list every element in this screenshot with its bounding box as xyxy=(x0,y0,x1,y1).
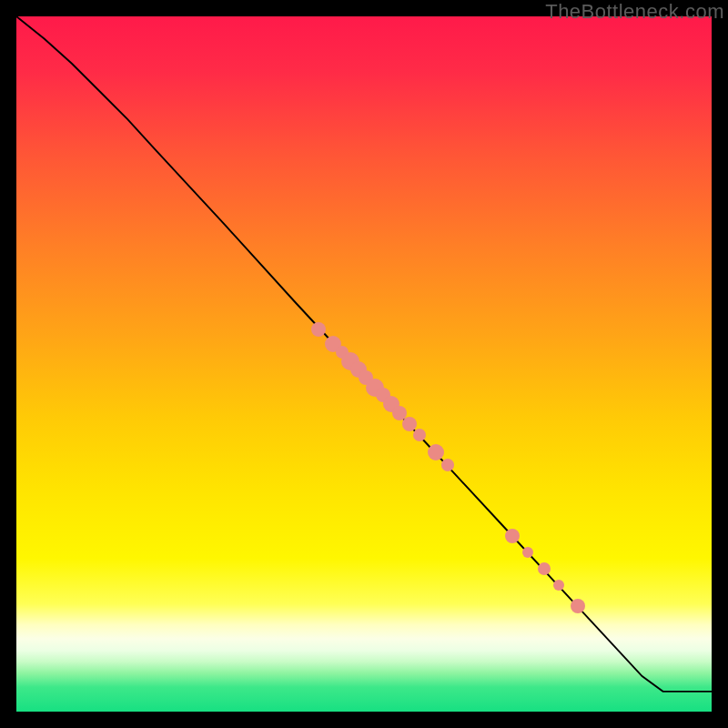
data-point xyxy=(553,580,564,591)
data-point xyxy=(428,444,444,460)
watermark-text: TheBottleneck.com xyxy=(545,0,724,24)
outer-frame: TheBottleneck.com xyxy=(0,0,728,728)
data-point xyxy=(505,529,520,543)
scatter-layer xyxy=(16,16,712,712)
data-point xyxy=(311,322,326,337)
data-point xyxy=(522,547,533,558)
data-point xyxy=(402,417,417,431)
plot-area xyxy=(16,16,712,712)
data-point xyxy=(441,459,454,471)
data-point xyxy=(571,599,585,613)
data-point xyxy=(413,429,426,441)
data-point xyxy=(538,562,551,575)
